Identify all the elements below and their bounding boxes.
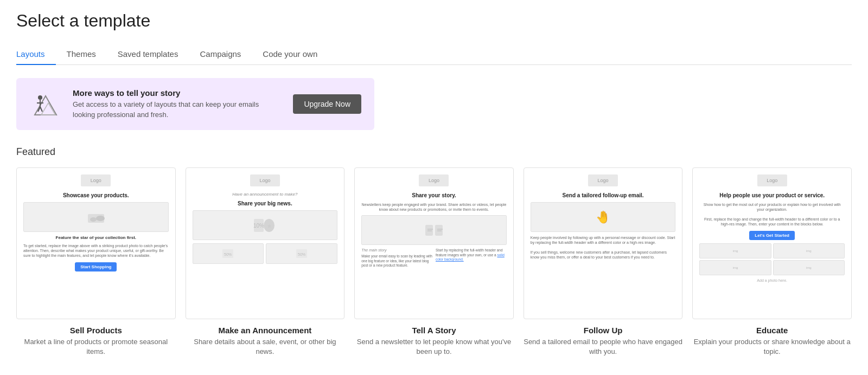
template-preview-follow-up[interactable]: Logo Send a tailored follow-up email. 🤚 … <box>524 167 683 319</box>
preview-cta-educate: Let's Get Started <box>749 231 795 240</box>
tab-bar: Layouts Themes Saved templates Campaigns… <box>16 44 852 65</box>
preview-cta-sell: Start Shopping <box>75 262 117 271</box>
grid-cell-3: img <box>699 260 771 275</box>
svg-point-10 <box>96 216 105 221</box>
templates-grid: Logo Showcase your products. Feature the… <box>16 167 852 357</box>
page-title: Select a template <box>16 11 852 31</box>
preview-img-small-2-announce: 50% <box>266 243 337 264</box>
featured-section-label: Featured <box>16 146 852 158</box>
preview-desc-story: Newsletters keep people engaged with you… <box>361 202 507 212</box>
template-name-sell: Sell Products <box>16 326 176 335</box>
banner-icon <box>29 88 62 120</box>
template-name-educate: Educate <box>692 326 852 335</box>
template-card-announcement[interactable]: Logo Have an announcement to make? Share… <box>186 167 345 357</box>
preview-image-sell <box>23 202 169 232</box>
svg-text:50%: 50% <box>224 253 232 256</box>
upgrade-now-button[interactable]: Upgrade Now <box>293 94 361 114</box>
svg-text:☆: ☆ <box>267 224 271 229</box>
template-preview-educate[interactable]: Logo Help people use your product or ser… <box>692 167 852 319</box>
preview-image-announce: 10% ☆ <box>193 210 338 240</box>
preview-headline-sell: Showcase your products. <box>23 192 169 199</box>
preview-headline-followup: Send a tailored follow-up email. <box>531 192 676 199</box>
upgrade-banner: More ways to tell your story Get access … <box>16 78 374 130</box>
template-card-tell-story[interactable]: Logo Share your story. Newsletters keep … <box>354 167 514 357</box>
preview-two-col-story: The main story Make your email easy to s… <box>361 248 507 268</box>
grid-cell-2: img <box>773 243 845 258</box>
preview-body-followup: Keep people involved by following up wit… <box>531 235 676 245</box>
tab-campaigns[interactable]: Campaigns <box>189 44 252 65</box>
svg-text:10%: 10% <box>253 223 264 229</box>
preview-logo-sell: Logo <box>81 174 111 186</box>
template-preview-sell-products[interactable]: Logo Showcase your products. Feature the… <box>16 167 176 319</box>
template-card-educate[interactable]: Logo Help people use your product or ser… <box>692 167 852 357</box>
banner-text-block: More ways to tell your story Get access … <box>73 88 282 119</box>
svg-text:50%: 50% <box>298 253 305 256</box>
tab-code-your-own[interactable]: Code your own <box>252 44 328 65</box>
preview-headline-educate: Help people use your product or service. <box>699 192 845 199</box>
preview-sub-announce: Have an announcement to make? <box>193 192 338 197</box>
preview-body2-followup: If you sell things, welcome new customer… <box>531 250 676 260</box>
template-desc-story: Send a newsletter to let people know wha… <box>354 337 514 357</box>
preview-image-followup: 🤚 <box>531 202 676 232</box>
banner-description: Get access to a variety of layouts that … <box>73 100 282 119</box>
banner-title: More ways to tell your story <box>73 88 282 98</box>
svg-point-3 <box>38 95 42 100</box>
hand-icon: 🤚 <box>596 210 610 224</box>
template-desc-sell: Market a line of products or promote sea… <box>16 337 176 357</box>
preview-body2-educate: First, replace the logo and change the f… <box>699 217 845 227</box>
template-preview-tell-story[interactable]: Logo Share your story. Newsletters keep … <box>354 167 514 319</box>
preview-img-small-1-announce: 50% <box>193 243 264 264</box>
svg-marker-1 <box>35 96 56 115</box>
tab-saved-templates[interactable]: Saved templates <box>107 44 189 65</box>
preview-subheadline-sell: Feature the star of your collection firs… <box>23 235 169 240</box>
grid-cell-1: img <box>699 243 771 258</box>
preview-headline-story: Share your story. <box>361 192 507 199</box>
preview-image-row-announce: 50% 50% <box>193 243 338 264</box>
preview-logo-educate: Logo <box>757 174 787 186</box>
template-card-sell-products[interactable]: Logo Showcase your products. Feature the… <box>16 167 176 357</box>
svg-line-7 <box>40 107 42 112</box>
preview-body-sell: To get started, replace the image above … <box>23 243 169 258</box>
template-desc-followup: Send a tailored email to people who have… <box>524 337 683 357</box>
preview-logo-story: Logo <box>419 174 449 186</box>
tab-themes[interactable]: Themes <box>56 44 107 65</box>
preview-grid-educate: img img img img <box>699 243 845 275</box>
preview-logo-followup: Logo <box>588 174 618 186</box>
template-name-announce: Make an Announcement <box>186 326 345 335</box>
grid-cell-4: img <box>773 260 845 275</box>
svg-point-9 <box>90 217 97 222</box>
svg-rect-19 <box>425 225 433 236</box>
preview-image-story <box>361 215 507 245</box>
preview-logo-announce: Logo <box>250 174 280 186</box>
template-name-story: Tell A Story <box>354 326 514 335</box>
preview-body1-educate: Show how to get the most out of your pro… <box>699 202 845 212</box>
template-card-follow-up[interactable]: Logo Send a tailored follow-up email. 🤚 … <box>524 167 683 357</box>
tab-layouts[interactable]: Layouts <box>16 44 56 65</box>
template-name-followup: Follow Up <box>524 326 683 335</box>
template-desc-announce: Share details about a sale, event, or ot… <box>186 337 345 357</box>
template-preview-announcement[interactable]: Logo Have an announcement to make? Share… <box>186 167 345 319</box>
preview-add-photo-educate: Add a photo here. <box>699 279 845 282</box>
svg-rect-20 <box>435 225 443 236</box>
preview-headline-announce: Share your big news. <box>193 200 338 207</box>
template-desc-educate: Explain your products or share knowledge… <box>692 337 852 357</box>
